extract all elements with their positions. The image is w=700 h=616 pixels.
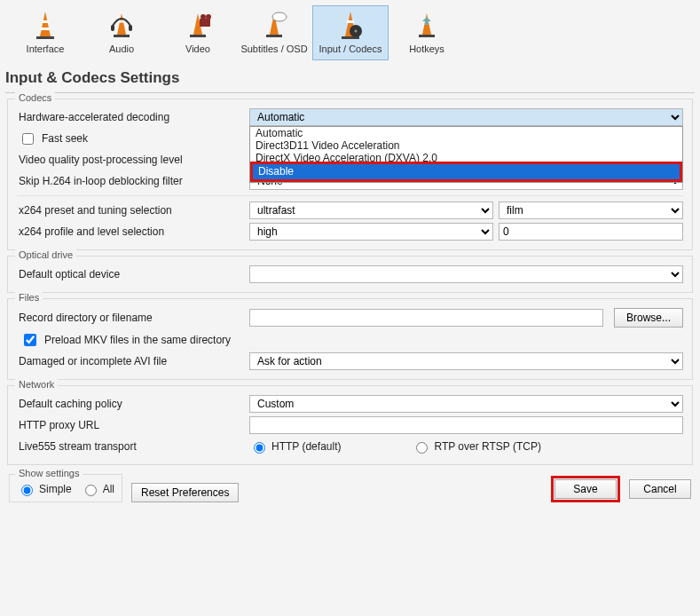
svg-rect-3 <box>41 28 50 30</box>
hw-decoding-select[interactable]: Automatic <box>249 108 683 126</box>
tab-label: Input / Codecs <box>313 43 388 54</box>
svg-rect-11 <box>200 19 210 27</box>
x264-profile-label: x264 profile and level selection <box>17 225 244 238</box>
hw-decoding-label: Hardware-accelerated decoding <box>17 111 244 123</box>
svg-marker-4 <box>117 13 126 35</box>
hw-decoding-dropdown-list: Automatic Direct3D11 Video Acceleration … <box>249 126 683 183</box>
svg-rect-5 <box>114 35 130 37</box>
bottom-bar: Show settings Simple All Reset Preferenc… <box>0 470 700 511</box>
dropdown-option[interactable]: Automatic <box>250 127 682 139</box>
show-settings-simple[interactable]: Simple <box>17 482 72 496</box>
dropdown-option[interactable]: Direct3D11 Video Acceleration <box>250 139 682 152</box>
optical-device-select[interactable] <box>249 265 683 283</box>
cone-arrows-icon <box>413 10 441 42</box>
group-legend: Files <box>15 292 43 303</box>
x264-preset-select[interactable]: ultrafast <box>249 201 493 219</box>
radio-input[interactable] <box>416 442 428 454</box>
svg-rect-2 <box>42 20 49 23</box>
svg-rect-1 <box>36 36 54 39</box>
live555-http-radio[interactable]: HTTP (default) <box>249 439 341 454</box>
svg-rect-6 <box>119 20 125 23</box>
radio-input[interactable] <box>21 485 33 496</box>
tab-hotkeys[interactable]: Hotkeys <box>389 5 465 60</box>
tab-input-codecs[interactable]: Input / Codecs <box>312 5 389 60</box>
tab-label: Audio <box>84 43 159 54</box>
group-codecs: Codecs Hardware-accelerated decoding Aut… <box>7 99 693 250</box>
radio-label: All <box>103 483 114 495</box>
tab-label: Interface <box>8 43 83 54</box>
radio-label: Simple <box>39 483 72 495</box>
group-legend: Network <box>15 379 58 390</box>
x264-tune-select[interactable]: film <box>499 201 683 219</box>
caching-select[interactable]: Custom <box>249 395 683 413</box>
cancel-button[interactable]: Cancel <box>629 479 691 499</box>
group-legend: Codecs <box>15 92 55 103</box>
preload-mkv-checkbox[interactable] <box>24 334 36 346</box>
record-dir-label: Record directory or filename <box>17 312 244 324</box>
tab-label: Video <box>161 43 235 54</box>
caching-label: Default caching policy <box>17 398 244 410</box>
group-legend: Optical drive <box>15 249 76 260</box>
tab-audio[interactable]: Audio <box>83 5 160 60</box>
category-tabbar: Interface Audio Video Subtitles / OSD In… <box>0 0 700 60</box>
svg-rect-15 <box>266 35 282 37</box>
svg-point-12 <box>201 14 206 20</box>
avi-label: Damaged or incomplete AVI file <box>17 355 244 367</box>
highlight-annotation: Save <box>551 476 620 502</box>
skip-h264-label: Skip H.264 in-loop deblocking filter <box>17 175 244 187</box>
live555-label: Live555 stream transport <box>17 440 244 453</box>
tab-label: Hotkeys <box>389 43 464 54</box>
preload-mkv-label: Preload MKV files in the same directory <box>44 334 231 346</box>
tab-label: Subtitles / OSD <box>237 43 311 54</box>
avi-select[interactable]: Ask for action <box>249 352 683 370</box>
dropdown-option-disable[interactable]: Disable <box>253 164 680 179</box>
show-settings-all[interactable]: All <box>81 482 114 496</box>
svg-point-13 <box>206 14 211 20</box>
svg-rect-8 <box>129 25 132 31</box>
radio-input[interactable] <box>254 442 265 454</box>
svg-rect-7 <box>111 25 114 31</box>
proxy-input[interactable] <box>249 416 683 434</box>
x264-profile-select[interactable]: high <box>249 223 493 241</box>
svg-rect-10 <box>190 35 206 37</box>
highlight-annotation: Disable <box>250 162 682 182</box>
divider <box>17 195 683 196</box>
svg-point-21 <box>355 30 358 33</box>
fast-seek-checkbox[interactable] <box>22 133 34 145</box>
group-optical: Optical drive Default optical device <box>7 256 693 293</box>
cone-icon <box>31 10 59 42</box>
svg-rect-23 <box>419 35 435 37</box>
x264-level-input[interactable] <box>499 223 683 241</box>
cone-balloon-icon <box>260 10 288 42</box>
cone-film-icon <box>184 10 212 42</box>
radio-input[interactable] <box>85 485 97 496</box>
record-dir-input[interactable] <box>249 309 603 327</box>
svg-marker-0 <box>40 12 51 36</box>
cone-disc-icon <box>336 10 365 42</box>
group-files: Files Record directory or filename Brows… <box>7 298 693 380</box>
tab-interface[interactable]: Interface <box>7 5 83 60</box>
show-settings-group: Show settings Simple All <box>9 474 122 502</box>
page-title: Input & Codecs Settings <box>0 60 700 92</box>
radio-label: RTP over RTSP (TCP) <box>434 440 540 453</box>
live555-rtp-radio[interactable]: RTP over RTSP (TCP) <box>412 439 540 454</box>
group-legend: Show settings <box>15 468 83 478</box>
radio-label: HTTP (default) <box>271 440 341 453</box>
proxy-label: HTTP proxy URL <box>17 419 244 431</box>
svg-rect-19 <box>347 20 354 23</box>
fast-seek-label: Fast seek <box>42 132 88 145</box>
x264-preset-label: x264 preset and tuning selection <box>17 204 244 217</box>
dropdown-option[interactable]: DirectX Video Acceleration (DXVA) 2.0 <box>250 152 682 162</box>
svg-point-16 <box>272 12 287 21</box>
tab-subtitles[interactable]: Subtitles / OSD <box>236 5 312 60</box>
optical-device-label: Default optical device <box>17 268 244 280</box>
group-network: Network Default caching policy Custom HT… <box>7 385 693 465</box>
vq-post-label: Video quality post-processing level <box>17 154 244 166</box>
title-divider <box>5 92 695 93</box>
cone-headphones-icon <box>107 10 136 42</box>
save-button[interactable]: Save <box>554 479 617 499</box>
reset-preferences-button[interactable]: Reset Preferences <box>131 483 239 502</box>
tab-video[interactable]: Video <box>160 5 236 60</box>
browse-button[interactable]: Browse... <box>614 308 683 328</box>
